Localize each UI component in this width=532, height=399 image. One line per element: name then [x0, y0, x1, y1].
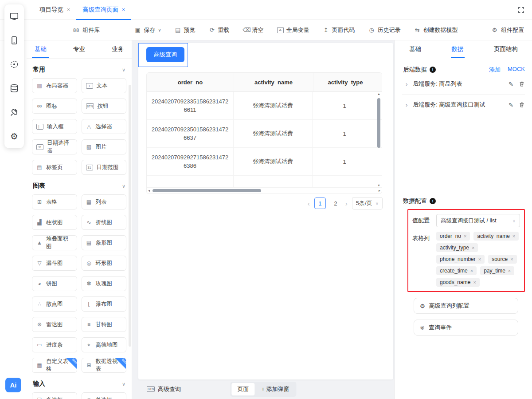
component-item-checkbox[interactable]: ☑多选框 [32, 392, 77, 399]
scroll-left-icon[interactable]: ◂ [148, 189, 150, 193]
segment-page[interactable]: 页面 [231, 383, 254, 395]
edit-pencil-icon[interactable]: ✎ [509, 102, 513, 108]
remove-tag-icon[interactable]: × [508, 268, 511, 273]
component-item-image[interactable]: ▧图片 [82, 139, 127, 154]
component-item-table[interactable]: ⊞表格 [32, 194, 77, 209]
page-size-select[interactable]: 5条/页 ∨ [352, 197, 383, 209]
next-page-icon[interactable]: › [345, 200, 348, 207]
page-surface[interactable]: 高级查询 order_no activity_name activity_typ… [138, 43, 393, 379]
mock-link[interactable]: MOCK [508, 66, 525, 74]
save-button[interactable]: ▣ 保存 ∨ [134, 26, 161, 34]
remove-tag-icon[interactable]: × [470, 268, 473, 273]
chevron-right-icon[interactable]: › [406, 102, 407, 108]
desktop-preview-icon[interactable] [9, 12, 19, 21]
component-item-scatter-chart[interactable]: ∴散点图 [32, 296, 77, 312]
value-config-select[interactable]: 高级查询接口测试 / list ∨ [436, 214, 520, 227]
component-item-pivot-table[interactable]: ⊞数据透视表Beta [82, 358, 127, 373]
component-item-amap[interactable]: ⌖高德地图 [82, 337, 127, 352]
create-data-model-button[interactable]: ⇆ 创建数据模型 [414, 26, 458, 34]
component-item-hbar-chart[interactable]: ▤条形图 [82, 235, 127, 250]
edit-pencil-icon[interactable]: ✎ [509, 81, 513, 87]
add-service-link[interactable]: 添加 [489, 66, 501, 74]
remove-tag-icon[interactable]: × [512, 233, 515, 239]
remove-tag-icon[interactable]: × [464, 233, 466, 239]
plugin-icon[interactable] [9, 107, 19, 117]
tab-page-structure[interactable]: 页面结构 [491, 40, 520, 58]
component-item-layout-container[interactable]: ▥布局容器 [32, 78, 77, 93]
preview-button[interactable]: ▤ 预览 [175, 26, 196, 34]
component-item-gantt-chart[interactable]: ≡甘特图 [82, 317, 127, 332]
component-item-stacked-area[interactable]: ▲堆叠面积图 [32, 235, 77, 250]
chevron-down-icon[interactable]: ∨ [122, 183, 125, 189]
settings-gear-icon[interactable]: ⚙ [9, 131, 19, 141]
chevron-down-icon[interactable]: ∨ [122, 381, 125, 387]
component-item-radar-chart[interactable]: ⊛雷达图 [32, 317, 77, 332]
tab-data-config[interactable]: 数据 [449, 40, 466, 58]
component-item-date-picker[interactable]: 31日期选择器 [32, 139, 77, 154]
api-icon[interactable] [9, 59, 19, 69]
component-item-waterfall-chart[interactable]: ⌊瀑布图 [82, 296, 127, 312]
component-config-button[interactable]: ⚙ 组件配置 [491, 26, 524, 34]
scroll-up-icon[interactable]: ▴ [378, 92, 379, 96]
component-item-button[interactable]: BTN按钮 [82, 99, 127, 114]
query-event-button[interactable]: ※ 查询事件 [414, 320, 518, 336]
advanced-query-button-component[interactable]: 高级查询 [146, 47, 184, 62]
database-icon[interactable] [9, 83, 19, 93]
component-item-input[interactable]: ▏输入框 [32, 119, 77, 134]
prev-page-icon[interactable]: ‹ [308, 200, 310, 207]
component-item-list[interactable]: ▤列表 [82, 194, 127, 209]
clear-button[interactable]: ⌫ 清空 [243, 26, 264, 34]
ai-assistant-button[interactable]: Ai [5, 378, 21, 392]
component-item-ring-chart[interactable]: ◎环形图 [82, 256, 127, 271]
scroll-down-icon[interactable]: ▾ [378, 183, 379, 187]
panel-scrollbar[interactable] [129, 85, 131, 347]
tab-professional[interactable]: 专业 [70, 40, 88, 58]
component-item-pie-chart[interactable]: ◕饼图 [32, 276, 77, 291]
mobile-preview-icon[interactable] [9, 36, 19, 45]
page-code-button[interactable]: ↥ 页面代码 [323, 26, 355, 34]
component-item-rose-chart[interactable]: ✽玫瑰图 [82, 276, 127, 291]
delete-trash-icon[interactable] [519, 102, 525, 108]
reload-button[interactable]: ⟳ 重载 [209, 26, 230, 34]
add-modal-button[interactable]: + 添加弹窗 [255, 383, 295, 395]
component-item-tabs[interactable]: ▤标签页 [32, 160, 77, 175]
component-item-progress-bar[interactable]: ▭进度条 [32, 337, 77, 352]
remove-tag-icon[interactable]: × [478, 257, 481, 262]
table-component[interactable]: order_no activity_name activity_type 202… [146, 72, 382, 194]
selected-component-breadcrumb[interactable]: BTN 高级查询 [147, 385, 181, 393]
page-number-2[interactable]: 2 [330, 198, 341, 209]
vertical-scrollbar[interactable]: ▴ ▾ [376, 92, 381, 187]
delete-trash-icon[interactable] [519, 81, 525, 87]
component-library-button[interactable]: 88 组件库 [73, 26, 100, 34]
scroll-right-icon[interactable]: ▸ [379, 189, 380, 193]
page-tab-project-overview[interactable]: 项目导览 × [33, 0, 76, 20]
remove-tag-icon[interactable]: × [473, 280, 476, 285]
component-item-funnel-chart[interactable]: ▽漏斗图 [32, 256, 77, 271]
history-button[interactable]: ◷ 历史记录 [368, 26, 401, 34]
page-number-1[interactable]: 1 [314, 198, 326, 209]
global-variables-button[interactable]: A 全局变量 [277, 26, 309, 34]
remove-tag-icon[interactable]: × [472, 245, 474, 250]
chevron-right-icon[interactable]: › [406, 81, 407, 87]
fullscreen-expand-icon[interactable] [517, 6, 525, 14]
component-item-date-range[interactable]: 31日期范围 [82, 160, 127, 175]
component-item-text[interactable]: T文本 [82, 78, 127, 93]
component-item-line-chart[interactable]: ∿折线图 [82, 215, 127, 230]
tab-basic-config[interactable]: 基础 [407, 40, 424, 58]
backend-service-item[interactable]: › 后端服务: 高级查询接口测试 ✎ [402, 95, 525, 115]
close-icon[interactable]: × [67, 7, 70, 13]
component-item-radio[interactable]: ◉单选框 [82, 392, 127, 399]
component-item-icon[interactable]: 88图标 [32, 99, 77, 114]
remove-tag-icon[interactable]: × [510, 257, 513, 262]
tab-business[interactable]: 业务 [109, 40, 126, 58]
horizontal-scrollbar[interactable]: ◂ ▸ [147, 188, 382, 194]
chevron-down-icon[interactable]: ∨ [158, 28, 161, 32]
advanced-query-column-config-button[interactable]: ⚙ 高级查询列配置 [414, 298, 518, 314]
component-item-select[interactable]: △选择器 [82, 119, 127, 134]
scrollbar-thumb[interactable] [153, 189, 261, 192]
backend-service-item[interactable]: › 后端服务: 商品列表 ✎ [402, 74, 525, 95]
page-tab-advanced-query[interactable]: 高级查询页面 × [76, 0, 131, 20]
component-item-bar-chart[interactable]: ▟柱状图 [32, 215, 77, 230]
tab-basic[interactable]: 基础 [32, 40, 49, 58]
close-icon[interactable]: × [122, 7, 125, 13]
